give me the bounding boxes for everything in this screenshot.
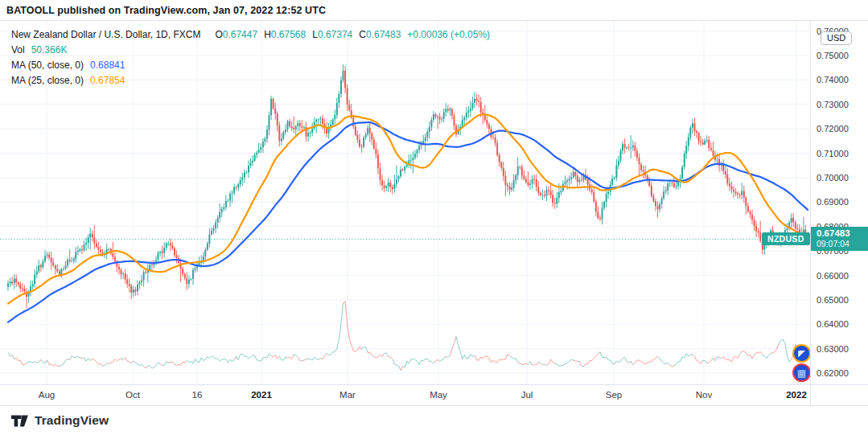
price-tick-label: 0.66000 (817, 271, 849, 281)
published-bar: BATOOLL published on TradingView.com, Ja… (0, 0, 868, 21)
published-idea-arrow-icon[interactable]: ◤ (792, 344, 810, 363)
chart-area: New Zealand Dollar / U.S. Dollar, 1D, FX… (0, 21, 868, 384)
published-text: BATOOLL published on TradingView.com, Ja… (6, 5, 326, 16)
last-price-badge: 0.67483 09:07:04 (811, 227, 868, 251)
footer-bar: TradingView (0, 405, 868, 435)
price-tick-label: 0.63000 (817, 344, 849, 354)
time-tick-label: Sep (606, 390, 622, 400)
bar-countdown: 09:07:04 (817, 239, 868, 248)
legend-ma50-row: MA (50, close, 0) 0.68841 (11, 58, 490, 73)
price-tick-label: 0.75000 (817, 51, 849, 60)
chart-legend: New Zealand Dollar / U.S. Dollar, 1D, FX… (11, 27, 490, 88)
price-tick-label: 0.73000 (817, 100, 849, 109)
time-tick-label: May (430, 390, 447, 400)
symbol-title: New Zealand Dollar / U.S. Dollar, 1D, FX… (11, 27, 200, 43)
time-tick-label: Aug (39, 390, 55, 400)
price-tick-label: 0.70000 (817, 173, 849, 183)
time-tick-label: Mar (339, 390, 356, 400)
time-tick-label: 2021 (251, 390, 272, 400)
ma50-value: 0.68841 (90, 58, 125, 73)
axis-separator (810, 385, 811, 406)
price-tick-label: 0.74000 (817, 75, 849, 84)
price-scale[interactable]: USD 0.760000.750000.740000.730000.720000… (810, 21, 868, 384)
price-tick-label: 0.71000 (817, 149, 849, 158)
price-tick-label: 0.65000 (817, 295, 849, 305)
tradingview-wordmark: TradingView (35, 413, 109, 428)
time-axis[interactable]: AugOct162021MarMayJulSepNov2022 (0, 384, 868, 405)
volume-value: 50.366K (31, 43, 68, 58)
symbol-price-label: NZDUSD (762, 232, 810, 245)
legend-volume-row: Vol 50.366K (11, 43, 490, 58)
published-idea-grid-icon[interactable]: ▦ (792, 363, 810, 382)
currency-toggle-button[interactable]: USD (821, 31, 852, 45)
legend-ma25-row: MA (25, close, 0) 0.67854 (11, 73, 490, 88)
time-tick-label: Oct (125, 390, 140, 400)
ohlc-values: O0.67447H0.67568L0.67374C0.67483 (208, 27, 401, 43)
time-tick-label: 2022 (786, 390, 807, 400)
last-price-value: 0.67483 (817, 228, 868, 239)
time-tick-label: 16 (192, 390, 203, 400)
price-pane[interactable]: New Zealand Dollar / U.S. Dollar, 1D, FX… (0, 21, 810, 384)
tradingview-logo-icon (11, 415, 29, 427)
legend-symbol-row: New Zealand Dollar / U.S. Dollar, 1D, FX… (11, 27, 490, 43)
tradingview-logo[interactable]: TradingView (11, 413, 109, 428)
price-tick-label: 0.62000 (817, 368, 849, 378)
price-tick-label: 0.69000 (817, 197, 849, 207)
price-tick-label: 0.64000 (817, 319, 849, 329)
change-value: +0.00036 (+0.05%) (407, 27, 490, 43)
time-tick-label: Jul (521, 390, 533, 400)
ma25-value: 0.67854 (90, 73, 125, 88)
time-tick-label: Nov (696, 390, 712, 400)
price-tick-label: 0.72000 (817, 124, 849, 133)
